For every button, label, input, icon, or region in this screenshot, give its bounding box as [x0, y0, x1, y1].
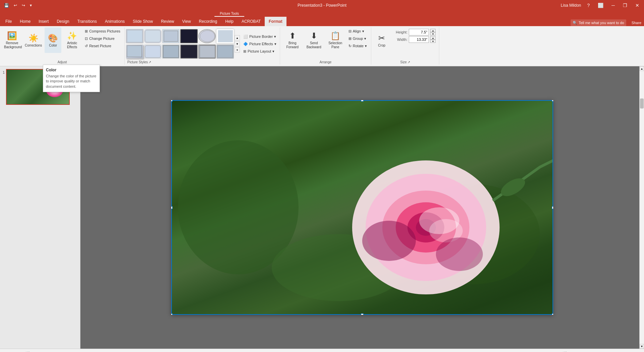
picture-layout-arrow: ▾ — [272, 49, 274, 54]
tab-design[interactable]: Design — [53, 17, 73, 26]
height-up-button[interactable]: ▲ — [430, 29, 436, 32]
picture-border-button[interactable]: ⬜ Picture Border ▾ — [241, 33, 278, 40]
handle-rm[interactable] — [552, 206, 553, 209]
tab-animations[interactable]: Animations — [101, 17, 129, 26]
svg-rect-1 — [127, 46, 142, 57]
redo-button[interactable]: ↪ — [20, 2, 26, 8]
align-button[interactable]: ⊟ Align ▾ — [346, 27, 369, 35]
style-thumb-1[interactable] — [126, 29, 143, 43]
style-thumb-5[interactable] — [162, 29, 180, 43]
size-group-label: Size ↗ — [399, 60, 411, 65]
align-icon: ⊟ — [348, 29, 351, 33]
picture-styles-expand-icon[interactable]: ↗ — [148, 60, 151, 64]
selection-pane-button[interactable]: 📋 Selection Pane — [325, 27, 346, 53]
remove-background-button[interactable]: 🖼️ Remove Background — [2, 27, 22, 53]
picture-style-options: ⬜ Picture Border ▾ 🔷 Picture Effects ▾ ⊞… — [241, 33, 278, 55]
height-down-button[interactable]: ▼ — [430, 32, 436, 36]
width-up-button[interactable]: ▲ — [430, 36, 436, 40]
handle-lm[interactable] — [171, 206, 173, 209]
style-thumb-12[interactable] — [216, 45, 234, 59]
ribbon-group-adjust: 🖼️ Remove Background ☀️ Corrections 🎨 Co… — [0, 27, 125, 65]
gallery-up-button[interactable]: ▲ — [235, 35, 240, 41]
style-thumb-6[interactable] — [162, 45, 180, 59]
user-name: Lisa Mildon — [561, 3, 581, 8]
width-down-button[interactable]: ▼ — [430, 40, 436, 43]
title-bar: 💾 ↩ ↪ ▾ Presentation3 - PowerPoint Lisa … — [0, 0, 644, 11]
tab-acrobat[interactable]: ACROBAT — [238, 17, 265, 26]
style-thumb-11[interactable] — [216, 29, 234, 43]
handle-bm[interactable] — [361, 313, 364, 315]
group-button[interactable]: ⊞ Group ▾ — [346, 35, 369, 42]
height-input[interactable] — [409, 29, 429, 36]
tab-recording[interactable]: Recording — [195, 17, 221, 26]
style-thumb-9[interactable] — [198, 29, 216, 43]
tab-review[interactable]: Review — [157, 17, 178, 26]
tab-transitions[interactable]: Transitions — [73, 17, 101, 26]
selection-pane-icon: 📋 — [330, 31, 340, 41]
picture-effects-button[interactable]: 🔷 Picture Effects ▾ — [241, 40, 278, 48]
svg-rect-5 — [163, 46, 179, 58]
style-thumb-2[interactable] — [126, 45, 143, 59]
corrections-button[interactable]: ☀️ Corrections — [23, 27, 44, 53]
style-thumb-4[interactable] — [144, 45, 162, 59]
handle-bl[interactable] — [171, 313, 173, 315]
gallery-down-button[interactable]: ▼ — [235, 41, 240, 47]
crop-icon: ✂ — [378, 33, 385, 43]
customize-qat-button[interactable]: ▾ — [28, 2, 33, 8]
compress-pictures-button[interactable]: ⊞ Compress Pictures — [83, 27, 122, 35]
style-thumb-7[interactable] — [180, 29, 198, 43]
picture-effects-arrow: ▾ — [274, 42, 276, 46]
undo-button[interactable]: ↩ — [12, 2, 18, 8]
send-backward-button[interactable]: ⬇ Send Backward — [304, 27, 324, 53]
svg-rect-4 — [164, 31, 178, 42]
picture-layout-label: Picture Layout — [248, 49, 271, 53]
save-button[interactable]: 💾 — [3, 2, 10, 8]
rotate-button[interactable]: ↻ Rotate ▾ — [346, 42, 369, 50]
width-input[interactable] — [409, 36, 429, 43]
artistic-effects-button[interactable]: ✨ Artistic Effects — [62, 27, 82, 53]
tab-home[interactable]: Home — [16, 17, 35, 26]
compress-label: Compress Pictures — [89, 29, 120, 33]
crop-button[interactable]: ✂ Crop — [373, 27, 390, 53]
slide-canvas[interactable] — [171, 100, 553, 315]
color-button[interactable]: 🎨 Color — [45, 27, 61, 53]
arrange-group-label: Arrange — [318, 60, 333, 65]
close-button[interactable]: ✕ — [633, 2, 641, 9]
style-thumb-10[interactable] — [198, 45, 216, 59]
picture-layout-button[interactable]: ⊞ Picture Layout ▾ — [241, 48, 278, 55]
scroll-up-button[interactable]: ▲ — [640, 66, 644, 71]
size-expand-icon[interactable]: ↗ — [407, 60, 410, 64]
tab-view[interactable]: View — [178, 17, 195, 26]
styles-gallery-area: ▲ ▼ ▾ ⬜ Picture Border ▾ 🔷 Picture Effec… — [126, 27, 278, 60]
handle-br[interactable] — [552, 313, 553, 315]
remove-background-icon: 🖼️ — [7, 31, 17, 41]
gallery-more-button[interactable]: ▾ — [235, 47, 240, 53]
change-picture-button[interactable]: ⊡ Change Picture — [83, 35, 122, 42]
share-button[interactable]: Share — [632, 21, 641, 25]
height-spinner: ▲ ▼ — [430, 29, 436, 36]
tab-insert[interactable]: Insert — [35, 17, 53, 26]
ribbon-display-button[interactable]: ⬜ — [596, 2, 605, 9]
reset-picture-button[interactable]: ↺ Reset Picture — [83, 42, 122, 50]
change-picture-label: Change Picture — [89, 37, 115, 41]
bring-forward-button[interactable]: ⬆ Bring Forward — [282, 27, 303, 53]
width-spinner: ▲ ▼ — [430, 36, 436, 43]
search-bar[interactable]: 🔍 Tell me what you want to do — [571, 19, 626, 26]
handle-tl[interactable] — [171, 100, 173, 101]
handle-tm[interactable] — [361, 100, 364, 101]
scroll-down-button[interactable]: ▼ — [640, 344, 644, 349]
ribbon-group-arrange: ⬆ Bring Forward ⬇ Send Backward 📋 Select… — [280, 27, 371, 65]
minimize-button[interactable]: ─ — [609, 2, 617, 9]
tab-help[interactable]: Help — [221, 17, 238, 26]
restore-button[interactable]: ❐ — [621, 2, 629, 9]
style-thumb-3[interactable] — [144, 29, 162, 43]
style-thumb-8[interactable] — [180, 45, 198, 59]
tab-slide-show[interactable]: Slide Show — [129, 17, 157, 26]
help-icon[interactable]: ? — [585, 2, 592, 9]
scroll-thumb-v[interactable] — [640, 98, 644, 109]
handle-tr[interactable] — [552, 100, 553, 101]
tab-format[interactable]: Format — [265, 17, 286, 26]
gallery-scroll: ▲ ▼ ▾ — [235, 35, 240, 53]
tab-file[interactable]: File — [1, 17, 16, 26]
picture-effects-label: Picture Effects — [249, 42, 273, 46]
